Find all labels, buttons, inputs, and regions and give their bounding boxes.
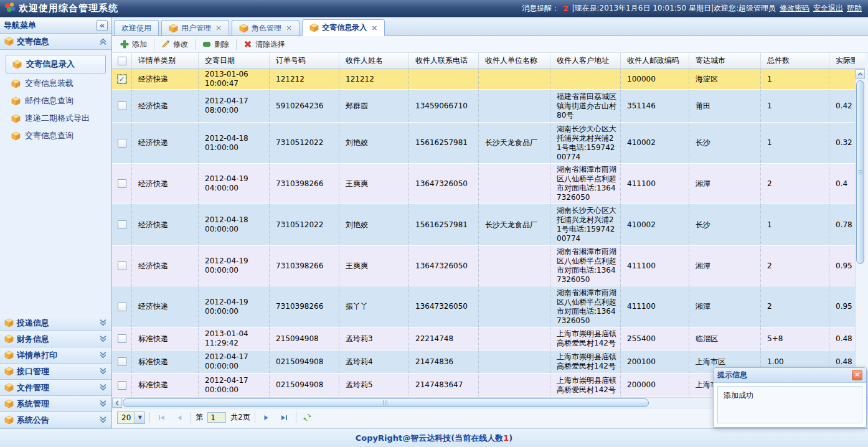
table-row[interactable]: 经济快递 2012-04-1708:00:00 5910264236 郑群霞 1…	[112, 90, 855, 123]
row-checkbox[interactable]: ✓	[118, 75, 126, 83]
vertical-scrollbar[interactable]	[855, 69, 865, 397]
cell-city: 湘潭	[689, 286, 761, 327]
table-row[interactable]: 经济快递 2012-04-1800:00:00 7310512022 刘艳姣 1…	[112, 204, 855, 246]
clear-selection-button[interactable]: 清除选择	[238, 38, 290, 51]
row-checkbox[interactable]	[118, 334, 126, 343]
chevron-double-up-icon[interactable]	[99, 37, 107, 45]
column-header[interactable]: 收件人单位名称	[479, 53, 550, 69]
chevron-down-icon[interactable]: ▼	[134, 412, 144, 423]
tab-mail-entry[interactable]: 交寄信息录入×	[302, 19, 385, 36]
tab-role-management[interactable]: 角色管理×	[232, 20, 300, 35]
sidebar-item-mailing-query[interactable]: 交寄信息查询	[0, 127, 111, 144]
cell-city: 莆田	[689, 90, 761, 122]
next-page-button[interactable]	[260, 411, 273, 425]
popup-title-bar[interactable]: 提示信息 ×	[714, 368, 866, 383]
scroll-left-button[interactable]	[112, 398, 122, 408]
row-checkbox[interactable]	[118, 261, 126, 270]
table-row[interactable]: 经济快递 2012-04-1900:00:00 7310398266 振丫丫 1…	[112, 286, 855, 327]
table-row[interactable]: 经济快递 2012-04-1900:00:00 7310398266 王爽爽 1…	[112, 246, 855, 286]
delete-button[interactable]: 删除	[197, 38, 234, 51]
close-tab-icon[interactable]: ×	[371, 24, 377, 32]
sidebar-item-mail-query[interactable]: 邮件信息查询	[0, 92, 111, 110]
row-checkbox[interactable]	[118, 139, 126, 148]
first-page-button[interactable]	[154, 411, 168, 425]
chevron-double-down-icon[interactable]	[99, 416, 107, 424]
cell-order: 7310512022	[270, 123, 339, 163]
prev-page-button[interactable]	[172, 411, 186, 425]
sidebar-item-express-export[interactable]: 速递二期格式导出	[0, 110, 111, 127]
vertical-scroll-thumb[interactable]	[856, 80, 864, 264]
cell-name: 王爽爽	[339, 164, 409, 204]
row-checkbox[interactable]	[118, 357, 126, 366]
row-checkbox[interactable]	[118, 179, 126, 188]
change-password-link[interactable]: 修改密码	[780, 3, 809, 14]
chevron-double-down-icon[interactable]	[99, 319, 107, 327]
cell-phone: 13647326050	[409, 286, 479, 327]
column-header[interactable]: 实际重量	[829, 53, 855, 69]
sidebar-section-system[interactable]: 系统管理	[0, 396, 111, 412]
row-checkbox[interactable]	[118, 220, 126, 229]
package-icon	[4, 351, 14, 360]
column-header[interactable]: 总件数	[761, 53, 829, 69]
sidebar-item-mail-load[interactable]: 交寄信息装载	[0, 75, 111, 92]
horizontal-scroll-thumb[interactable]	[123, 398, 649, 407]
cell-zip: 411100	[621, 246, 689, 286]
logout-link[interactable]: 安全退出	[813, 3, 843, 14]
column-header[interactable]: 收件人姓名	[339, 53, 409, 69]
table-row[interactable]: 经济快递 2012-04-1904:00:00 7310398266 王爽爽 1…	[112, 164, 855, 204]
chevron-double-down-icon[interactable]	[99, 335, 107, 343]
sidebar-collapse-button[interactable]: «	[97, 20, 108, 31]
column-header[interactable]: 收件人邮政编码	[621, 53, 689, 69]
row-checkbox[interactable]	[118, 381, 126, 390]
select-all-checkbox[interactable]	[118, 57, 126, 65]
cell-time: 00:00:00	[205, 307, 267, 316]
cell-type: 经济快递	[132, 204, 199, 245]
chevron-double-down-icon[interactable]	[99, 383, 107, 392]
cell-name: 振丫丫	[339, 286, 409, 327]
refresh-button[interactable]	[301, 411, 314, 425]
scroll-up-button[interactable]	[856, 69, 865, 79]
chevron-double-down-icon[interactable]	[99, 367, 107, 375]
last-page-button[interactable]	[278, 411, 291, 425]
column-header[interactable]: 收件人联系电话	[409, 53, 479, 69]
help-link[interactable]: 帮助	[847, 3, 862, 14]
close-icon[interactable]: ×	[852, 370, 862, 380]
page-number-input[interactable]	[207, 412, 226, 423]
chevron-double-down-icon[interactable]	[99, 351, 107, 359]
package-icon	[4, 367, 14, 376]
close-tab-icon[interactable]: ×	[286, 24, 292, 32]
sidebar-section-finance[interactable]: 财务信息	[0, 331, 111, 347]
sidebar-section-delivery[interactable]: 投递信息	[0, 315, 111, 331]
tab-welcome[interactable]: 欢迎使用	[114, 20, 159, 35]
add-button[interactable]: 添加	[115, 38, 152, 51]
column-header[interactable]: 收件人客户地址	[550, 53, 621, 69]
cell-time: 11:29:42	[205, 339, 267, 348]
table-row[interactable]: 经济快递 2012-04-1801:00:00 7310512022 刘艳姣 1…	[112, 123, 855, 164]
cell-address: 湖南长沙天心区大托浦兴龙村兴浦21号电话:15974200774	[550, 123, 621, 163]
sidebar-section-mailing-info[interactable]: 交寄信息	[0, 34, 111, 50]
close-tab-icon[interactable]: ×	[215, 24, 222, 32]
sidebar-section-file[interactable]: 文件管理	[0, 380, 111, 396]
column-header[interactable]: 详情单类别	[132, 53, 199, 69]
column-header[interactable]: 交寄日期	[199, 53, 270, 69]
cell-date: 2012-04-18	[205, 134, 267, 143]
cell-company	[479, 90, 550, 122]
online-count: 1	[503, 433, 509, 443]
page-size-select[interactable]: 20 ▼	[117, 412, 145, 424]
chevron-double-down-icon[interactable]	[99, 400, 107, 408]
cell-phone: 22214748	[409, 327, 479, 350]
column-header[interactable]: 寄达城市	[689, 53, 761, 69]
cell-address: 上海市崇明县庙镇高桥爱民村142号	[550, 374, 621, 397]
table-row[interactable]: 标准快递 2013-01-0411:29:42 215094908 孟玲莉3 2…	[112, 327, 855, 351]
row-checkbox[interactable]	[118, 303, 126, 311]
edit-button[interactable]: 修改	[156, 38, 193, 51]
table-row[interactable]: ✓ 经济快递 2013-01-0610:00:47 121212 121212 …	[112, 69, 855, 90]
sidebar-section-interface[interactable]: 接口管理	[0, 364, 111, 380]
sidebar-item-mail-entry[interactable]: 交寄信息录入	[6, 55, 106, 73]
tab-user-management[interactable]: 用户管理×	[161, 20, 229, 35]
sidebar-section-announcement[interactable]: 系统公告	[0, 412, 111, 428]
sidebar-section-waybill-print[interactable]: 详情单打印	[0, 347, 111, 364]
column-header[interactable]: 订单号码	[270, 53, 339, 69]
cell-weight: 0.32	[829, 123, 855, 163]
row-checkbox[interactable]	[118, 101, 126, 110]
